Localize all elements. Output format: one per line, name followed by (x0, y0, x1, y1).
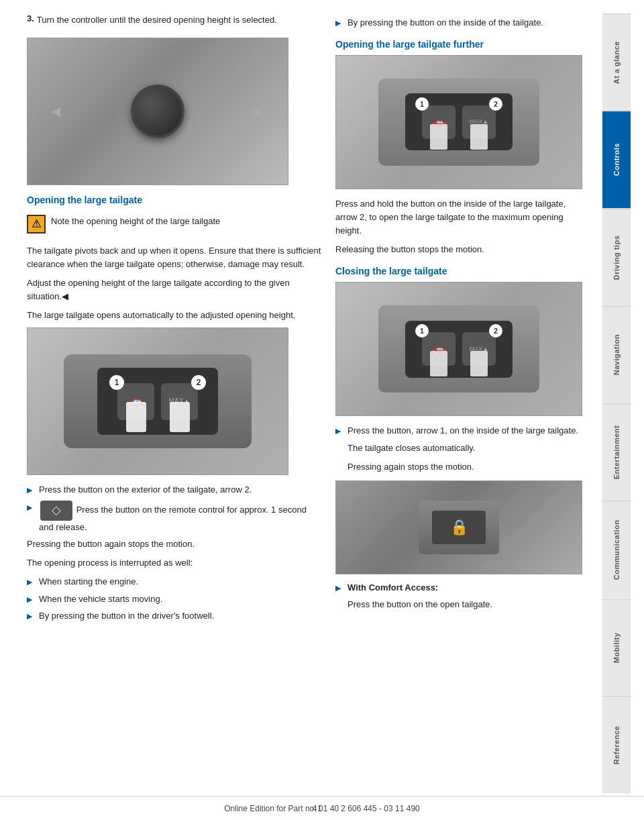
closing-body-1: The tailgate closes automatically. (335, 442, 582, 455)
main-content: 3. Turn the controller until the desired… (0, 0, 644, 820)
controller-img-sim: ◄ ► (28, 38, 288, 185)
closing-body-3: Press the button on the open tailgate. (335, 598, 582, 611)
sidebar: At a glance Controls Driving tips Naviga… (602, 13, 631, 793)
right-column: ▶ By pressing the button on the inside o… (335, 13, 589, 793)
section-heading-opening: Opening the large tailgate (27, 195, 322, 205)
page-container: 3. Turn the controller until the desired… (0, 0, 644, 820)
page-footer: 41 Online Edition for Part no. 01 40 2 6… (0, 796, 644, 820)
sidebar-item-at-a-glance[interactable]: At a glance (602, 13, 631, 111)
warning-icon: ⚠ (27, 215, 46, 234)
closing-bullet-text-1: Press the button, arrow 1, on the inside… (347, 424, 578, 438)
arrows-sim: ◄ ► (48, 85, 268, 138)
body-text-2: Adjust the opening height of the large t… (27, 276, 322, 303)
left-column: 3. Turn the controller until the desired… (27, 13, 322, 793)
sidebar-item-driving-tips[interactable]: Driving tips (602, 209, 631, 306)
controller-image: ◄ ► (27, 38, 288, 185)
body-text-5: The opening process is interrupted as we… (27, 556, 322, 570)
body-text-1: The tailgate pivots back and up when it … (27, 244, 322, 271)
sub-arrow-2: ▶ (27, 594, 35, 605)
bullet-item-1: ▶ Press the button on the exterior of th… (27, 483, 322, 497)
tailgate-closing-panel-sim: 🚗 1 MAX▲ 2 (336, 283, 582, 415)
bullet-item-2-content: ◇ Press the button on the remote control… (39, 501, 322, 534)
sidebar-item-communication[interactable]: Communication (602, 501, 631, 598)
closing-bullet-2: ▶ With Comfort Access: (335, 581, 582, 595)
sub-bullet-text-3: By pressing the button in the driver's f… (39, 609, 214, 623)
step3-number: 3. (27, 13, 34, 32)
sidebar-item-entertainment[interactable]: Entertainment (602, 403, 631, 501)
left-arrow-icon: ◄ (48, 102, 64, 121)
right-arrow-icon: ► (252, 102, 268, 121)
remote-control-icon: ◇ (40, 501, 72, 521)
sub-arrow-3: ▶ (27, 611, 35, 622)
tailgate-panel-sim: 🚗 1 MAX▲ 2 (28, 328, 288, 474)
right-body-2: Releasing the button stops the motion. (335, 243, 582, 256)
section-heading-closing: Closing the large tailgate (335, 266, 582, 276)
controller-knob (131, 85, 184, 138)
sidebar-item-controls[interactable]: Controls (602, 111, 631, 208)
sub-bullet-text-1: When starting the engine. (39, 575, 138, 588)
comfort-access-image: 🔒 (335, 480, 582, 574)
sub-bullet-text-2: When the vehicle starts moving. (39, 593, 162, 606)
warning-box: ⚠ Note the opening height of the large t… (27, 211, 322, 238)
sidebar-item-mobility[interactable]: Mobility (602, 599, 631, 696)
step3-text: Turn the controller until the desired op… (37, 13, 277, 27)
warning-text: Note the opening height of the large tai… (51, 215, 220, 228)
sub-bullet-3: ▶ By pressing the button in the driver's… (27, 609, 322, 623)
sub-arrow-1: ▶ (27, 576, 35, 588)
sidebar-item-reference[interactable]: Reference (602, 696, 631, 793)
right-bullet-top: ▶ By pressing the button on the inside o… (335, 16, 582, 30)
closing-bullet-1: ▶ Press the button, arrow 1, on the insi… (335, 424, 582, 438)
bullet-item-2: ▶ ◇ Press the button on the remote contr… (27, 501, 322, 534)
tailgate-further-panel-sim: 🚗 1 MAX▲ 2 (336, 56, 582, 189)
step3-row: 3. Turn the controller until the desired… (27, 13, 322, 35)
bullet-arrow-1: ▶ (27, 484, 35, 496)
section-heading-further: Opening the large tailgate further (335, 39, 582, 50)
closing-arrow-2: ▶ (335, 582, 343, 594)
comfort-access-sim: 🔒 (336, 481, 582, 574)
body-text-4: Pressing the button again stops the moti… (27, 537, 322, 551)
bullet-text-1: Press the button on the exterior of the … (39, 483, 252, 497)
sub-bullet-2: ▶ When the vehicle starts moving. (27, 593, 322, 606)
tailgate-closing-image: 🚗 1 MAX▲ 2 (335, 282, 582, 416)
closing-arrow-1: ▶ (335, 425, 343, 437)
bullet-text-2: Press the button on the remote control f… (39, 505, 307, 532)
right-body-1: Press and hold the button on the inside … (335, 197, 582, 238)
closing-body-2: Pressing again stops the motion. (335, 460, 582, 474)
right-arrow-top: ▶ (335, 17, 343, 29)
sub-bullet-1: ▶ When starting the engine. (27, 575, 322, 588)
tailgate-further-image: 🚗 1 MAX▲ 2 (335, 55, 582, 189)
closing-bullet-text-2: With Comfort Access: (347, 581, 438, 595)
tailgate-exterior-image: 🚗 1 MAX▲ 2 (27, 327, 288, 475)
right-bullet-top-text: By pressing the button on the inside of … (347, 16, 543, 30)
body-text-3: The large tailgate opens automatically t… (27, 309, 322, 322)
sidebar-item-navigation[interactable]: Navigation (602, 306, 631, 403)
bullet-arrow-2: ▶ (27, 502, 35, 513)
page-number: 41 (313, 803, 322, 813)
